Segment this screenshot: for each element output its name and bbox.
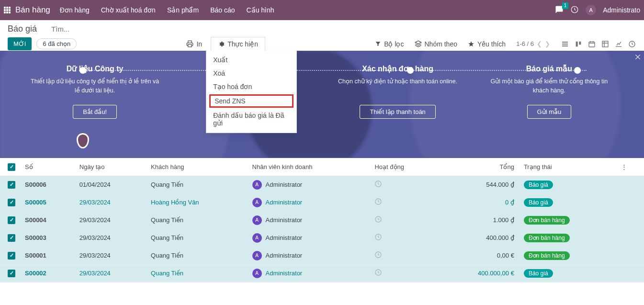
page-title: Báo giá [8,24,37,34]
cell-number[interactable]: S00006 [25,181,46,188]
cell-date: 29/03/2024 [79,234,111,241]
cell-number[interactable]: S00002 [25,270,46,277]
cell-total: 0 ₫ [505,199,514,206]
col-customer[interactable]: Khách hàng [146,158,248,176]
col-status[interactable]: Trạng thái [519,158,616,176]
status-badge: Đơn bán hàng [524,216,570,225]
activity-clock-icon[interactable] [374,253,382,260]
row-checkbox[interactable] [8,199,15,206]
cell-salesperson[interactable]: Administrator [266,199,303,206]
favorite-button[interactable]: Yêu thích [468,40,506,48]
view-calendar-icon[interactable] [588,40,596,48]
cell-total: 400.000 ₫ [486,234,514,241]
view-list-icon[interactable] [561,40,569,48]
dropdown-create-invoice[interactable]: Tạo hoá đơn [206,80,296,93]
row-checkbox[interactable] [8,270,15,277]
dropdown-export[interactable]: Xuất [206,53,296,67]
table-row[interactable]: S0000229/03/2024Quang TiếnAAdministrator… [0,264,644,282]
messaging-icon[interactable]: 1 [555,5,564,15]
step-button-send-sample[interactable]: Gửi mẫu [527,105,572,119]
header-checkbox[interactable] [8,163,15,171]
activity-clock-icon[interactable] [374,200,382,207]
view-activity-icon[interactable] [628,40,636,48]
avatar: A [252,198,262,207]
step-desc: Chọn chữ ký điện tử hoặc thanh toán onli… [331,77,465,96]
cell-number[interactable]: S00005 [25,199,46,206]
cell-number[interactable]: S00004 [25,216,46,224]
filter-button[interactable]: Bộ lọc [375,40,404,48]
filter-label: Bộ lọc [384,40,404,48]
user-avatar[interactable]: A [586,5,596,15]
cell-salesperson[interactable]: Administrator [266,181,303,188]
action-button[interactable]: Thực hiện [211,37,265,51]
col-options-icon[interactable]: ⋮ [616,158,644,176]
cell-customer[interactable]: Quang Tiến [151,216,183,224]
activity-clock-icon[interactable] [374,271,382,278]
row-checkbox[interactable] [8,234,15,242]
col-date[interactable]: Ngày tạo [75,158,146,176]
cell-number[interactable]: S00003 [25,234,46,241]
row-checkbox[interactable] [8,216,15,224]
cell-customer[interactable]: Quang Tiến [151,252,183,259]
top-navbar: Bán hàng Đơn hàng Chờ xuất hoá đơn Sản p… [0,0,644,20]
apps-icon[interactable] [4,7,11,13]
group-label: Nhóm theo [425,40,457,48]
step-button-payment[interactable]: Thiết lập thanh toán [360,105,435,119]
nav-link-products[interactable]: Sản phẩm [167,6,199,14]
search-input[interactable] [51,25,636,33]
col-total[interactable]: Tổng [439,158,519,176]
nav-link-invoice[interactable]: Chờ xuất hoá đơn [101,6,156,14]
cell-customer[interactable]: Quang Tiến [151,270,183,277]
cell-total: 1.000 ₫ [493,216,514,224]
step-title: Báo giá mẫu [482,64,616,73]
pager-prev[interactable]: ❮ [537,40,542,47]
status-badge: Báo giá [524,198,553,207]
onboarding-step-sample: Báo giá mẫu Gửi một báo giá để kiểm thử … [482,64,616,119]
table-row[interactable]: S0000329/03/2024Quang TiếnAAdministrator… [0,229,644,247]
row-checkbox[interactable] [8,252,15,260]
activity-clock-icon[interactable] [374,182,382,189]
nav-link-config[interactable]: Cấu hình [247,6,274,14]
view-pivot-icon[interactable] [601,40,610,48]
table-row[interactable]: S0000529/03/2024Hoàng Hồng VânAAdministr… [0,193,644,211]
nav-link-orders[interactable]: Đơn hàng [60,6,90,14]
status-badge: Đơn bán hàng [524,234,570,242]
col-activity[interactable]: Hoạt động [370,158,438,176]
nav-link-reports[interactable]: Báo cáo [210,6,235,14]
col-number[interactable]: Số [20,158,75,176]
group-button[interactable]: Nhóm theo [415,40,457,48]
row-checkbox[interactable] [8,181,15,189]
cell-customer[interactable]: Quang Tiến [151,181,183,188]
activities-icon[interactable] [570,5,579,15]
print-button[interactable]: In [186,40,202,48]
pager-next[interactable]: ❯ [545,40,550,47]
cell-total: 0,00 € [497,252,514,259]
col-salesperson[interactable]: Nhân viên kinh doanh [248,158,370,176]
cell-customer[interactable]: Quang Tiến [151,234,183,241]
table-row[interactable]: S0000129/03/2024Quang TiếnAAdministrator… [0,247,644,264]
table-row[interactable]: S0000601/04/2024Quang TiếnAAdministrator… [0,176,644,193]
activity-clock-icon[interactable] [374,217,382,225]
print-label: In [196,40,202,48]
table-row[interactable]: S0000429/03/2024Quang TiếnAAdministrator… [0,211,644,229]
step-button-start[interactable]: Bắt đầu! [73,105,117,119]
dropdown-mark-sent[interactable]: Đánh dấu báo giá là Đã gửi [206,109,296,130]
cell-date: 29/03/2024 [79,270,111,277]
new-button[interactable]: MỚI [8,37,32,50]
status-badge: Đơn bán hàng [524,251,570,260]
view-graph-icon[interactable] [614,40,623,48]
cell-salesperson[interactable]: Administrator [266,216,303,224]
pager: 1-6 / 6 ❮ ❯ [516,40,550,47]
activity-clock-icon[interactable] [374,235,382,242]
dropdown-send-zns[interactable]: Send ZNS [209,94,294,108]
cell-number[interactable]: S00001 [25,252,46,259]
cell-salesperson[interactable]: Administrator [266,234,303,241]
cell-customer[interactable]: Hoàng Hồng Vân [151,199,199,206]
user-name[interactable]: Administrato [603,6,640,14]
cell-salesperson[interactable]: Administrator [266,270,303,277]
app-brand[interactable]: Bán hàng [15,5,50,15]
cell-salesperson[interactable]: Administrator [266,252,303,259]
view-kanban-icon[interactable] [574,40,583,48]
selection-chip[interactable]: 6 đã chọn [36,38,77,49]
dropdown-delete[interactable]: Xoá [206,67,296,80]
